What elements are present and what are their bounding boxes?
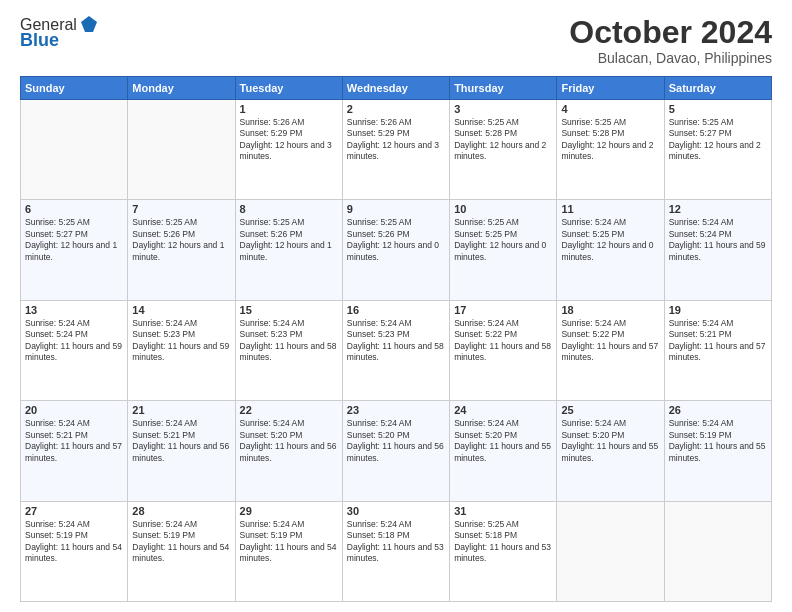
day-content: Sunrise: 5:24 AM Sunset: 5:21 PM Dayligh… — [669, 318, 767, 364]
day-content: Sunrise: 5:25 AM Sunset: 5:28 PM Dayligh… — [561, 117, 659, 163]
day-number: 27 — [25, 505, 123, 517]
day-content: Sunrise: 5:25 AM Sunset: 5:18 PM Dayligh… — [454, 519, 552, 565]
day-content: Sunrise: 5:24 AM Sunset: 5:20 PM Dayligh… — [240, 418, 338, 464]
calendar-cell: 18Sunrise: 5:24 AM Sunset: 5:22 PM Dayli… — [557, 300, 664, 400]
calendar-cell: 16Sunrise: 5:24 AM Sunset: 5:23 PM Dayli… — [342, 300, 449, 400]
day-content: Sunrise: 5:24 AM Sunset: 5:22 PM Dayligh… — [561, 318, 659, 364]
day-number: 18 — [561, 304, 659, 316]
day-number: 12 — [669, 203, 767, 215]
day-number: 14 — [132, 304, 230, 316]
day-content: Sunrise: 5:24 AM Sunset: 5:20 PM Dayligh… — [347, 418, 445, 464]
day-number: 16 — [347, 304, 445, 316]
day-number: 24 — [454, 404, 552, 416]
day-number: 9 — [347, 203, 445, 215]
logo-flag-icon — [79, 14, 99, 34]
day-content: Sunrise: 5:25 AM Sunset: 5:26 PM Dayligh… — [347, 217, 445, 263]
page: General Blue October 2024 Bulacan, Davao… — [0, 0, 792, 612]
calendar-day-header: Saturday — [664, 77, 771, 100]
day-number: 19 — [669, 304, 767, 316]
day-number: 26 — [669, 404, 767, 416]
calendar-week-row: 6Sunrise: 5:25 AM Sunset: 5:27 PM Daylig… — [21, 200, 772, 300]
day-number: 30 — [347, 505, 445, 517]
day-number: 1 — [240, 103, 338, 115]
location: Bulacan, Davao, Philippines — [569, 50, 772, 66]
day-number: 3 — [454, 103, 552, 115]
day-content: Sunrise: 5:24 AM Sunset: 5:25 PM Dayligh… — [561, 217, 659, 263]
calendar-cell: 28Sunrise: 5:24 AM Sunset: 5:19 PM Dayli… — [128, 501, 235, 601]
day-number: 29 — [240, 505, 338, 517]
day-number: 31 — [454, 505, 552, 517]
day-content: Sunrise: 5:25 AM Sunset: 5:25 PM Dayligh… — [454, 217, 552, 263]
day-content: Sunrise: 5:24 AM Sunset: 5:19 PM Dayligh… — [25, 519, 123, 565]
header: General Blue October 2024 Bulacan, Davao… — [20, 16, 772, 66]
calendar-cell: 23Sunrise: 5:24 AM Sunset: 5:20 PM Dayli… — [342, 401, 449, 501]
day-number: 21 — [132, 404, 230, 416]
day-number: 22 — [240, 404, 338, 416]
day-content: Sunrise: 5:24 AM Sunset: 5:21 PM Dayligh… — [132, 418, 230, 464]
calendar-cell: 8Sunrise: 5:25 AM Sunset: 5:26 PM Daylig… — [235, 200, 342, 300]
day-content: Sunrise: 5:26 AM Sunset: 5:29 PM Dayligh… — [240, 117, 338, 163]
calendar-week-row: 1Sunrise: 5:26 AM Sunset: 5:29 PM Daylig… — [21, 100, 772, 200]
day-number: 2 — [347, 103, 445, 115]
calendar-cell: 30Sunrise: 5:24 AM Sunset: 5:18 PM Dayli… — [342, 501, 449, 601]
calendar-cell: 24Sunrise: 5:24 AM Sunset: 5:20 PM Dayli… — [450, 401, 557, 501]
day-number: 8 — [240, 203, 338, 215]
day-content: Sunrise: 5:24 AM Sunset: 5:21 PM Dayligh… — [25, 418, 123, 464]
calendar-day-header: Sunday — [21, 77, 128, 100]
calendar-cell: 6Sunrise: 5:25 AM Sunset: 5:27 PM Daylig… — [21, 200, 128, 300]
day-number: 7 — [132, 203, 230, 215]
day-number: 10 — [454, 203, 552, 215]
calendar-cell: 1Sunrise: 5:26 AM Sunset: 5:29 PM Daylig… — [235, 100, 342, 200]
calendar-cell: 3Sunrise: 5:25 AM Sunset: 5:28 PM Daylig… — [450, 100, 557, 200]
calendar-cell: 14Sunrise: 5:24 AM Sunset: 5:23 PM Dayli… — [128, 300, 235, 400]
day-number: 6 — [25, 203, 123, 215]
day-content: Sunrise: 5:24 AM Sunset: 5:19 PM Dayligh… — [240, 519, 338, 565]
day-content: Sunrise: 5:24 AM Sunset: 5:23 PM Dayligh… — [347, 318, 445, 364]
calendar-cell: 22Sunrise: 5:24 AM Sunset: 5:20 PM Dayli… — [235, 401, 342, 501]
logo: General Blue — [20, 16, 99, 51]
calendar-cell — [664, 501, 771, 601]
calendar-cell: 19Sunrise: 5:24 AM Sunset: 5:21 PM Dayli… — [664, 300, 771, 400]
day-number: 5 — [669, 103, 767, 115]
calendar-cell: 25Sunrise: 5:24 AM Sunset: 5:20 PM Dayli… — [557, 401, 664, 501]
calendar-cell: 27Sunrise: 5:24 AM Sunset: 5:19 PM Dayli… — [21, 501, 128, 601]
calendar-day-header: Wednesday — [342, 77, 449, 100]
header-right: October 2024 Bulacan, Davao, Philippines — [569, 16, 772, 66]
day-content: Sunrise: 5:24 AM Sunset: 5:20 PM Dayligh… — [561, 418, 659, 464]
day-number: 4 — [561, 103, 659, 115]
day-number: 25 — [561, 404, 659, 416]
calendar-day-header: Friday — [557, 77, 664, 100]
day-number: 23 — [347, 404, 445, 416]
day-content: Sunrise: 5:24 AM Sunset: 5:18 PM Dayligh… — [347, 519, 445, 565]
calendar-cell: 4Sunrise: 5:25 AM Sunset: 5:28 PM Daylig… — [557, 100, 664, 200]
calendar-week-row: 27Sunrise: 5:24 AM Sunset: 5:19 PM Dayli… — [21, 501, 772, 601]
day-content: Sunrise: 5:24 AM Sunset: 5:23 PM Dayligh… — [132, 318, 230, 364]
calendar-week-row: 20Sunrise: 5:24 AM Sunset: 5:21 PM Dayli… — [21, 401, 772, 501]
calendar-day-header: Tuesday — [235, 77, 342, 100]
calendar-cell — [128, 100, 235, 200]
svg-marker-0 — [81, 16, 97, 32]
day-content: Sunrise: 5:24 AM Sunset: 5:19 PM Dayligh… — [669, 418, 767, 464]
day-content: Sunrise: 5:24 AM Sunset: 5:22 PM Dayligh… — [454, 318, 552, 364]
calendar-cell: 13Sunrise: 5:24 AM Sunset: 5:24 PM Dayli… — [21, 300, 128, 400]
calendar-cell: 15Sunrise: 5:24 AM Sunset: 5:23 PM Dayli… — [235, 300, 342, 400]
calendar-cell: 20Sunrise: 5:24 AM Sunset: 5:21 PM Dayli… — [21, 401, 128, 501]
calendar-cell: 11Sunrise: 5:24 AM Sunset: 5:25 PM Dayli… — [557, 200, 664, 300]
calendar-cell: 5Sunrise: 5:25 AM Sunset: 5:27 PM Daylig… — [664, 100, 771, 200]
day-content: Sunrise: 5:24 AM Sunset: 5:23 PM Dayligh… — [240, 318, 338, 364]
day-number: 20 — [25, 404, 123, 416]
calendar-cell: 2Sunrise: 5:26 AM Sunset: 5:29 PM Daylig… — [342, 100, 449, 200]
day-content: Sunrise: 5:25 AM Sunset: 5:27 PM Dayligh… — [669, 117, 767, 163]
month-title: October 2024 — [569, 16, 772, 48]
day-content: Sunrise: 5:25 AM Sunset: 5:28 PM Dayligh… — [454, 117, 552, 163]
calendar-cell — [557, 501, 664, 601]
day-content: Sunrise: 5:24 AM Sunset: 5:20 PM Dayligh… — [454, 418, 552, 464]
calendar-cell: 9Sunrise: 5:25 AM Sunset: 5:26 PM Daylig… — [342, 200, 449, 300]
day-number: 28 — [132, 505, 230, 517]
calendar-cell: 7Sunrise: 5:25 AM Sunset: 5:26 PM Daylig… — [128, 200, 235, 300]
calendar-day-header: Thursday — [450, 77, 557, 100]
calendar-cell: 21Sunrise: 5:24 AM Sunset: 5:21 PM Dayli… — [128, 401, 235, 501]
calendar-cell: 26Sunrise: 5:24 AM Sunset: 5:19 PM Dayli… — [664, 401, 771, 501]
day-number: 13 — [25, 304, 123, 316]
day-number: 15 — [240, 304, 338, 316]
